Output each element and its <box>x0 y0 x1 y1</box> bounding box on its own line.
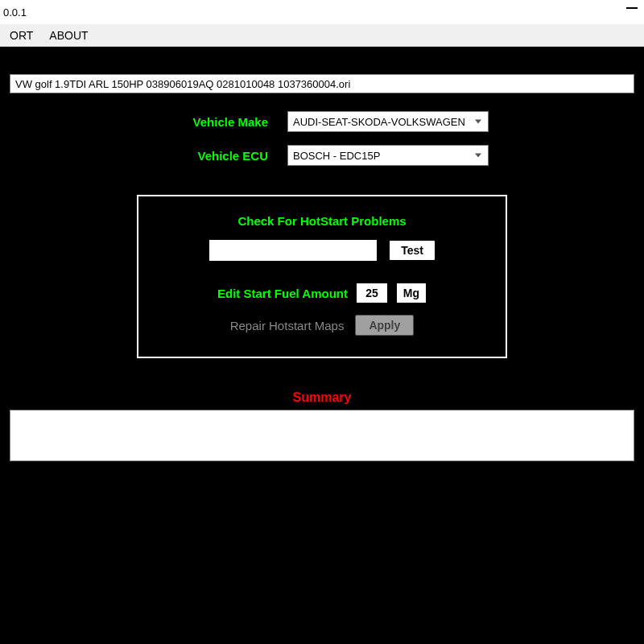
menubar: ORT ABOUT <box>0 24 644 47</box>
window-titlebar: 0.0.1 <box>0 0 644 24</box>
menu-item-ort[interactable]: ORT <box>2 26 41 45</box>
summary-textarea[interactable] <box>10 410 634 461</box>
panel-title: Check For HotStart Problems <box>161 214 483 228</box>
file-path-input[interactable] <box>10 74 634 93</box>
repair-label: Repair Hotstart Maps <box>230 319 345 332</box>
vehicle-make-label: Vehicle Make <box>155 115 268 129</box>
summary-title: Summary <box>0 390 644 405</box>
chevron-down-icon <box>475 154 481 158</box>
apply-button[interactable]: Apply <box>355 315 414 336</box>
client-area: Vehicle Make AUDI-SEAT-SKODA-VOLKSWAGEN … <box>0 47 644 644</box>
vehicle-make-select[interactable]: AUDI-SEAT-SKODA-VOLKSWAGEN <box>287 111 489 132</box>
fuel-amount-input[interactable]: 25 <box>356 283 388 303</box>
menu-item-about[interactable]: ABOUT <box>41 26 96 45</box>
vehicle-ecu-label: Vehicle ECU <box>155 149 268 163</box>
fuel-unit-label: Mg <box>396 283 427 303</box>
vehicle-make-row: Vehicle Make AUDI-SEAT-SKODA-VOLKSWAGEN <box>0 111 644 132</box>
vehicle-ecu-row: Vehicle ECU BOSCH - EDC15P <box>0 145 644 166</box>
hotstart-panel: Check For HotStart Problems Test Edit St… <box>137 195 507 358</box>
app-version: 0.0.1 <box>3 6 27 19</box>
chevron-down-icon <box>475 120 481 124</box>
vehicle-ecu-value: BOSCH - EDC15P <box>293 150 380 162</box>
repair-row: Repair Hotstart Maps Apply <box>161 315 483 336</box>
test-button[interactable]: Test <box>389 240 436 261</box>
test-result-input[interactable] <box>208 239 378 262</box>
file-row <box>10 74 634 93</box>
minimize-icon[interactable] <box>626 7 638 9</box>
vehicle-make-value: AUDI-SEAT-SKODA-VOLKSWAGEN <box>293 116 465 128</box>
fuel-row: Edit Start Fuel Amount 25 Mg <box>161 283 483 303</box>
test-row: Test <box>161 239 483 262</box>
fuel-label: Edit Start Fuel Amount <box>217 287 348 300</box>
vehicle-ecu-select[interactable]: BOSCH - EDC15P <box>287 145 489 166</box>
